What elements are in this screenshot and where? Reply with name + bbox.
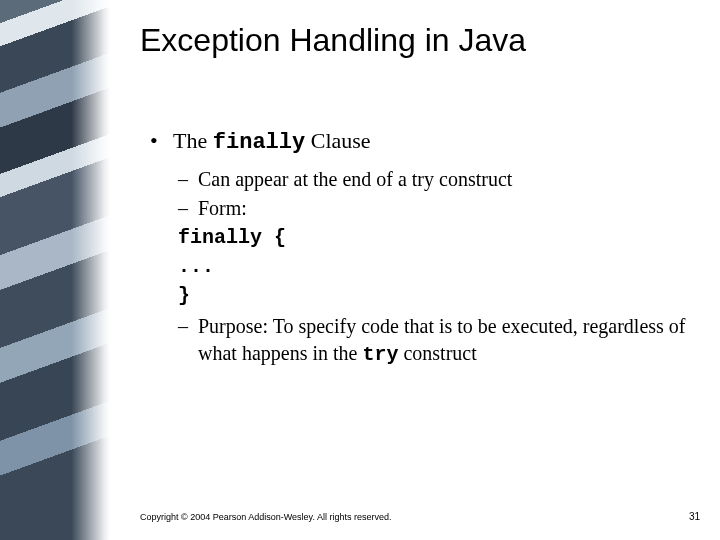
dash-icon: –	[178, 166, 198, 193]
sub3-code: try	[362, 343, 398, 366]
sub2-text: Form:	[198, 197, 247, 219]
bullet1-code: finally	[213, 130, 305, 155]
dash-icon: –	[178, 195, 198, 222]
code-line-1: finally {	[178, 224, 690, 251]
page-number: 31	[689, 511, 700, 522]
slide: Exception Handling in Java • The finally…	[0, 0, 720, 540]
dash-icon: –	[178, 313, 198, 340]
code-line-3: }	[178, 282, 690, 309]
copyright-footer: Copyright © 2004 Pearson Addison-Wesley.…	[140, 512, 391, 522]
sub-bullet-list-2: –Purpose: To specify code that is to be …	[178, 313, 690, 368]
background-image-strip	[0, 0, 110, 540]
sub1-text: Can appear at the end of a try construct	[198, 168, 512, 190]
bullet-dot-icon: •	[150, 126, 168, 156]
bullet1-text-prefix: The	[173, 128, 213, 153]
sub-bullet-3: –Purpose: To specify code that is to be …	[178, 313, 690, 368]
code-line-2: ...	[178, 253, 690, 280]
sub-bullet-1: –Can appear at the end of a try construc…	[178, 166, 690, 193]
sub3-suffix: construct	[398, 342, 476, 364]
sub-bullet-2: –Form:	[178, 195, 690, 222]
bullet-level1: • The finally Clause	[150, 126, 690, 158]
slide-title: Exception Handling in Java	[140, 22, 526, 59]
sub-bullet-list: –Can appear at the end of a try construc…	[178, 166, 690, 222]
slide-content: • The finally Clause –Can appear at the …	[150, 120, 690, 370]
bullet1-text-suffix: Clause	[305, 128, 370, 153]
